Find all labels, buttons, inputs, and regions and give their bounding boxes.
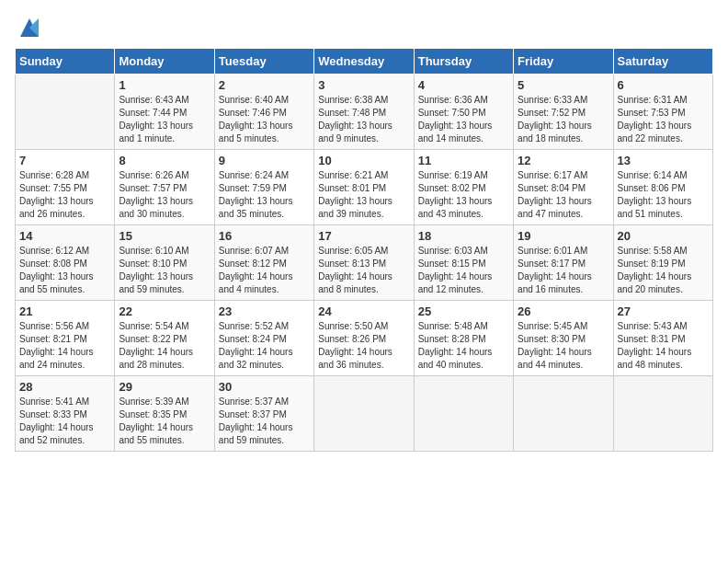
day-number: 13 <box>618 154 709 167</box>
calendar-cell: 1Sunrise: 6:43 AM Sunset: 7:44 PM Daylig… <box>115 75 214 150</box>
day-number: 4 <box>418 78 509 92</box>
day-info: Sunrise: 5:43 AM Sunset: 8:31 PM Dayligh… <box>618 320 709 372</box>
day-number: 14 <box>19 229 110 243</box>
calendar-cell: 18Sunrise: 6:03 AM Sunset: 8:15 PM Dayli… <box>414 225 513 301</box>
day-number: 11 <box>418 154 509 167</box>
day-header-monday: Monday <box>115 49 214 75</box>
calendar-cell: 11Sunrise: 6:19 AM Sunset: 8:02 PM Dayli… <box>414 150 513 225</box>
calendar-cell: 30Sunrise: 5:37 AM Sunset: 8:37 PM Dayli… <box>214 376 313 452</box>
calendar-cell: 26Sunrise: 5:45 AM Sunset: 8:30 PM Dayli… <box>514 301 613 376</box>
logo <box>15 15 42 40</box>
calendar-header-row: SundayMondayTuesdayWednesdayThursdayFrid… <box>16 49 713 75</box>
calendar-cell: 12Sunrise: 6:17 AM Sunset: 8:04 PM Dayli… <box>514 150 613 225</box>
day-number: 1 <box>119 78 210 92</box>
day-info: Sunrise: 5:45 AM Sunset: 8:30 PM Dayligh… <box>518 320 609 372</box>
day-info: Sunrise: 6:28 AM Sunset: 7:55 PM Dayligh… <box>19 169 110 221</box>
day-number: 2 <box>219 78 310 92</box>
day-info: Sunrise: 6:38 AM Sunset: 7:48 PM Dayligh… <box>318 94 409 145</box>
day-number: 12 <box>518 154 609 167</box>
day-number: 6 <box>618 78 709 92</box>
day-number: 30 <box>219 380 310 394</box>
day-info: Sunrise: 5:58 AM Sunset: 8:19 PM Dayligh… <box>618 245 709 296</box>
day-info: Sunrise: 5:48 AM Sunset: 8:28 PM Dayligh… <box>418 320 509 372</box>
day-number: 20 <box>618 229 709 243</box>
calendar-cell: 23Sunrise: 5:52 AM Sunset: 8:24 PM Dayli… <box>214 301 313 376</box>
day-number: 19 <box>518 229 609 243</box>
day-number: 9 <box>219 154 310 167</box>
day-info: Sunrise: 6:10 AM Sunset: 8:10 PM Dayligh… <box>119 245 210 296</box>
calendar-cell: 2Sunrise: 6:40 AM Sunset: 7:46 PM Daylig… <box>214 75 313 150</box>
calendar-cell <box>16 75 115 150</box>
calendar-cell: 25Sunrise: 5:48 AM Sunset: 8:28 PM Dayli… <box>414 301 513 376</box>
calendar-cell: 3Sunrise: 6:38 AM Sunset: 7:48 PM Daylig… <box>314 75 414 150</box>
day-info: Sunrise: 6:12 AM Sunset: 8:08 PM Dayligh… <box>19 245 110 296</box>
day-info: Sunrise: 6:31 AM Sunset: 7:53 PM Dayligh… <box>618 94 709 145</box>
day-header-sunday: Sunday <box>16 49 115 75</box>
day-number: 22 <box>119 304 210 318</box>
calendar-cell: 17Sunrise: 6:05 AM Sunset: 8:13 PM Dayli… <box>314 225 414 301</box>
day-info: Sunrise: 5:50 AM Sunset: 8:26 PM Dayligh… <box>318 320 409 372</box>
calendar-body: 1Sunrise: 6:43 AM Sunset: 7:44 PM Daylig… <box>16 75 713 452</box>
day-info: Sunrise: 6:26 AM Sunset: 7:57 PM Dayligh… <box>119 169 210 221</box>
day-info: Sunrise: 6:36 AM Sunset: 7:50 PM Dayligh… <box>418 94 509 145</box>
calendar-cell: 29Sunrise: 5:39 AM Sunset: 8:35 PM Dayli… <box>115 376 214 452</box>
day-number: 24 <box>318 304 409 318</box>
calendar-table: SundayMondayTuesdayWednesdayThursdayFrid… <box>15 48 713 452</box>
day-header-wednesday: Wednesday <box>314 49 414 75</box>
calendar-cell: 8Sunrise: 6:26 AM Sunset: 7:57 PM Daylig… <box>115 150 214 225</box>
day-number: 10 <box>318 154 409 167</box>
calendar-cell: 28Sunrise: 5:41 AM Sunset: 8:33 PM Dayli… <box>16 376 115 452</box>
calendar-cell: 7Sunrise: 6:28 AM Sunset: 7:55 PM Daylig… <box>16 150 115 225</box>
day-number: 5 <box>518 78 609 92</box>
calendar-cell: 24Sunrise: 5:50 AM Sunset: 8:26 PM Dayli… <box>314 301 414 376</box>
calendar-cell: 20Sunrise: 5:58 AM Sunset: 8:19 PM Dayli… <box>613 225 712 301</box>
calendar-cell <box>514 376 613 452</box>
calendar-cell <box>613 376 712 452</box>
day-info: Sunrise: 6:24 AM Sunset: 7:59 PM Dayligh… <box>219 169 310 221</box>
day-header-tuesday: Tuesday <box>214 49 313 75</box>
day-info: Sunrise: 6:40 AM Sunset: 7:46 PM Dayligh… <box>219 94 310 145</box>
calendar-cell: 13Sunrise: 6:14 AM Sunset: 8:06 PM Dayli… <box>613 150 712 225</box>
calendar-cell <box>414 376 513 452</box>
day-number: 27 <box>618 304 709 318</box>
calendar-cell: 16Sunrise: 6:07 AM Sunset: 8:12 PM Dayli… <box>214 225 313 301</box>
calendar-week-row: 14Sunrise: 6:12 AM Sunset: 8:08 PM Dayli… <box>16 225 713 301</box>
logo-icon <box>17 15 42 40</box>
day-number: 3 <box>318 78 409 92</box>
day-info: Sunrise: 5:52 AM Sunset: 8:24 PM Dayligh… <box>219 320 310 372</box>
day-number: 23 <box>219 304 310 318</box>
day-info: Sunrise: 6:01 AM Sunset: 8:17 PM Dayligh… <box>518 245 609 296</box>
day-number: 8 <box>119 154 210 167</box>
day-number: 26 <box>518 304 609 318</box>
day-header-friday: Friday <box>514 49 613 75</box>
day-info: Sunrise: 6:05 AM Sunset: 8:13 PM Dayligh… <box>318 245 409 296</box>
calendar-cell: 5Sunrise: 6:33 AM Sunset: 7:52 PM Daylig… <box>514 75 613 150</box>
day-info: Sunrise: 5:41 AM Sunset: 8:33 PM Dayligh… <box>19 396 110 447</box>
calendar-cell: 27Sunrise: 5:43 AM Sunset: 8:31 PM Dayli… <box>613 301 712 376</box>
day-number: 7 <box>19 154 110 167</box>
day-number: 18 <box>418 229 509 243</box>
day-info: Sunrise: 6:14 AM Sunset: 8:06 PM Dayligh… <box>618 169 709 221</box>
day-number: 28 <box>19 380 110 394</box>
calendar-cell: 4Sunrise: 6:36 AM Sunset: 7:50 PM Daylig… <box>414 75 513 150</box>
day-info: Sunrise: 6:33 AM Sunset: 7:52 PM Dayligh… <box>518 94 609 145</box>
day-number: 17 <box>318 229 409 243</box>
day-number: 21 <box>19 304 110 318</box>
day-number: 15 <box>119 229 210 243</box>
day-header-thursday: Thursday <box>414 49 513 75</box>
calendar-week-row: 7Sunrise: 6:28 AM Sunset: 7:55 PM Daylig… <box>16 150 713 225</box>
day-info: Sunrise: 6:43 AM Sunset: 7:44 PM Dayligh… <box>119 94 210 145</box>
page-header <box>15 15 713 40</box>
calendar-week-row: 21Sunrise: 5:56 AM Sunset: 8:21 PM Dayli… <box>16 301 713 376</box>
day-info: Sunrise: 5:56 AM Sunset: 8:21 PM Dayligh… <box>19 320 110 372</box>
calendar-cell: 9Sunrise: 6:24 AM Sunset: 7:59 PM Daylig… <box>214 150 313 225</box>
day-number: 16 <box>219 229 310 243</box>
day-info: Sunrise: 6:07 AM Sunset: 8:12 PM Dayligh… <box>219 245 310 296</box>
calendar-cell <box>314 376 414 452</box>
day-number: 25 <box>418 304 509 318</box>
day-info: Sunrise: 5:39 AM Sunset: 8:35 PM Dayligh… <box>119 396 210 447</box>
calendar-cell: 6Sunrise: 6:31 AM Sunset: 7:53 PM Daylig… <box>613 75 712 150</box>
day-info: Sunrise: 6:21 AM Sunset: 8:01 PM Dayligh… <box>318 169 409 221</box>
calendar-cell: 21Sunrise: 5:56 AM Sunset: 8:21 PM Dayli… <box>16 301 115 376</box>
calendar-week-row: 1Sunrise: 6:43 AM Sunset: 7:44 PM Daylig… <box>16 75 713 150</box>
